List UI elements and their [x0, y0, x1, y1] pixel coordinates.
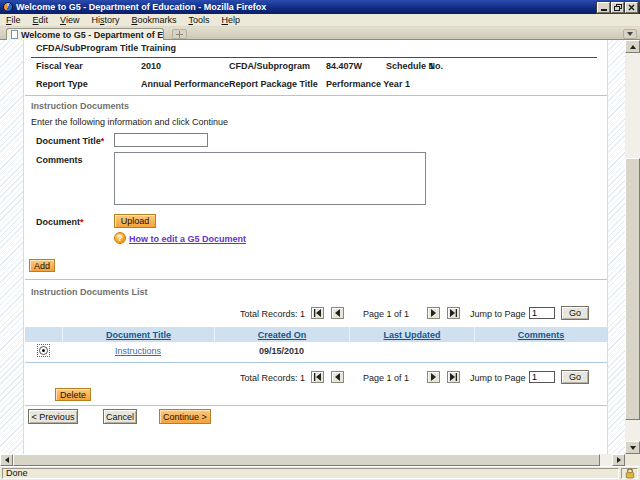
next-page-icon — [429, 373, 438, 381]
next-page-button[interactable] — [427, 307, 440, 319]
menu-tools[interactable]: Tools — [182, 14, 215, 26]
horizontal-scrollbar[interactable] — [0, 454, 625, 466]
last-page-button[interactable] — [447, 371, 460, 383]
tab-strip: Welcome to G5 - Department of Edu... — [0, 27, 640, 40]
page-margin-right — [607, 40, 625, 454]
column-header-document-title[interactable]: Document Title — [106, 330, 171, 340]
required-marker: * — [101, 136, 105, 146]
arrow-up-icon — [630, 45, 636, 49]
summary-value-cfda-subprogram: 84.407W — [326, 61, 362, 71]
prev-page-button[interactable] — [331, 371, 344, 383]
column-header-comments[interactable]: Comments — [518, 330, 565, 340]
help-icon — [114, 232, 126, 244]
go-button[interactable]: Go — [561, 370, 589, 384]
chevron-down-icon — [627, 32, 633, 36]
minimize-icon — [601, 9, 607, 11]
next-page-icon — [429, 309, 438, 317]
scroll-down-button[interactable] — [625, 441, 640, 454]
add-button[interactable]: Add — [29, 259, 55, 272]
plus-icon — [176, 31, 183, 38]
last-page-icon — [449, 309, 458, 317]
table-header-row: Document Title Created On Last Updated C… — [25, 327, 607, 342]
arrow-down-icon — [630, 446, 636, 450]
table-row: Instructions 09/15/2010 — [25, 342, 607, 359]
next-page-button[interactable] — [427, 371, 440, 383]
status-text: Done — [2, 468, 619, 479]
summary-value-cfda-title: Training — [141, 43, 176, 53]
upload-button[interactable]: Upload — [114, 214, 156, 228]
close-button[interactable] — [625, 2, 638, 13]
menu-edit[interactable]: Edit — [27, 14, 55, 26]
list-tabs-button[interactable] — [623, 29, 637, 39]
menu-file[interactable]: File — [0, 14, 27, 26]
titlebar: Welcome to G5 - Department of Education … — [0, 0, 640, 14]
summary-divider — [31, 57, 597, 58]
tab-welcome[interactable]: Welcome to G5 - Department of Edu... — [6, 28, 164, 40]
page-content: CFDA/SubProgram Title Training Fiscal Ye… — [25, 40, 607, 454]
minimize-button[interactable] — [597, 2, 610, 13]
column-header-last-updated[interactable]: Last Updated — [383, 330, 440, 340]
pager-bottom: Total Records: 1 Page 1 of 1 Jump to Pag… — [25, 370, 607, 385]
summary-label-cfda-title: CFDA/SubProgram Title — [36, 43, 138, 53]
jump-to-page-input[interactable] — [529, 307, 555, 319]
vertical-scrollbar[interactable] — [625, 40, 640, 454]
menu-view[interactable]: View — [54, 14, 85, 26]
scrollbar-corner — [625, 454, 640, 466]
vertical-scroll-thumb[interactable] — [625, 158, 640, 420]
scroll-right-button[interactable] — [612, 454, 625, 466]
menu-history[interactable]: History — [85, 14, 125, 26]
first-page-button[interactable] — [311, 307, 324, 319]
jump-to-page-input[interactable] — [529, 371, 555, 383]
menu-bookmarks[interactable]: Bookmarks — [125, 14, 182, 26]
first-page-button[interactable] — [311, 371, 324, 383]
horizontal-scroll-thumb[interactable] — [13, 454, 600, 466]
previous-button[interactable]: < Previous — [28, 409, 78, 424]
arrow-right-icon — [617, 457, 621, 463]
how-to-edit-link[interactable]: How to edit a G5 Document — [129, 234, 246, 244]
new-tab-button[interactable] — [172, 29, 187, 39]
browser-window: Welcome to G5 - Department of Education … — [0, 0, 640, 480]
cancel-button[interactable]: Cancel — [103, 409, 137, 424]
comments-textarea[interactable] — [114, 152, 426, 205]
column-header-created-on[interactable]: Created On — [258, 330, 307, 340]
lock-icon — [625, 468, 635, 479]
window-title: Welcome to G5 - Department of Education … — [16, 2, 593, 12]
page-icon — [11, 30, 18, 39]
summary-label-report-type: Report Type — [36, 79, 88, 89]
required-marker: * — [80, 217, 84, 227]
created-on-value: 09/15/2010 — [259, 346, 304, 356]
document-title-input[interactable] — [114, 133, 208, 147]
section-divider — [25, 405, 607, 406]
prev-page-icon — [333, 309, 342, 317]
summary-value-fiscal-year: 2010 — [141, 61, 161, 71]
row-select-radio[interactable] — [37, 344, 50, 357]
total-records-text: Total Records: 1 — [240, 373, 305, 383]
page-margin-left — [0, 40, 24, 454]
form-instructions-text: Enter the following information and clic… — [31, 117, 228, 127]
scroll-left-button[interactable] — [0, 454, 13, 466]
first-page-icon — [313, 373, 322, 381]
menu-help[interactable]: Help — [215, 14, 246, 26]
jump-to-page-label: Jump to Page — [470, 373, 526, 383]
last-page-icon — [449, 373, 458, 381]
close-icon — [628, 4, 635, 11]
summary-label-schedule-no: Schedule No. — [386, 61, 443, 71]
go-button[interactable]: Go — [561, 306, 589, 320]
document-link[interactable]: Instructions — [115, 346, 161, 356]
section-title-instruction-documents-list: Instruction Documents List — [31, 287, 148, 297]
row-divider — [25, 362, 607, 363]
last-page-button[interactable] — [447, 307, 460, 319]
continue-button[interactable]: Continue > — [159, 409, 211, 424]
scroll-up-button[interactable] — [625, 40, 640, 53]
total-records-text: Total Records: 1 — [240, 309, 305, 319]
restore-icon — [614, 4, 622, 11]
summary-value-schedule-no: 1 — [429, 61, 434, 71]
delete-button[interactable]: Delete — [55, 388, 91, 401]
content-viewport: CFDA/SubProgram Title Training Fiscal Ye… — [0, 40, 640, 454]
summary-label-report-package-title: Report Package Title — [229, 79, 318, 89]
restore-button[interactable] — [611, 2, 624, 13]
section-divider — [25, 95, 607, 96]
prev-page-button[interactable] — [331, 307, 344, 319]
summary-label-fiscal-year: Fiscal Year — [36, 61, 83, 71]
document-title-label: Document Title* — [36, 136, 104, 146]
